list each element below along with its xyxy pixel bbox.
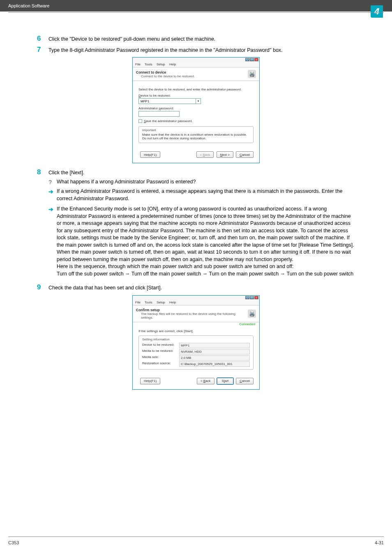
admin-password-input[interactable] [138, 111, 180, 117]
step-body: Click the [Next]. ? What happens if a wr… [48, 168, 355, 281]
dialog-footer: Help(F1) < Back Next > Cancel [133, 147, 259, 163]
answer-row-2: ➔ If the Enhanced Security mode is set t… [48, 206, 355, 278]
dialog-titlebar: _ □ × [133, 296, 259, 300]
table-row: Media to be restored: NVRAM, HDD [142, 349, 250, 354]
step-7: 7 Type the 8-digit Administrator Passwor… [37, 46, 355, 54]
menu-setup[interactable]: Setup [157, 301, 165, 304]
row-value: C:\Backup_20070529_105031_001 [179, 361, 250, 367]
setting-info-legend: Setting information [142, 338, 250, 341]
setting-information-group: Setting information Device to be restore… [138, 335, 254, 370]
row-key: Media to be restored: [142, 349, 179, 354]
answer-row: ➔ If a wrong Administrator Password is e… [48, 188, 355, 202]
row-value: 2.0 MB [179, 355, 250, 361]
step-number: 9 [37, 283, 48, 292]
header-rule [8, 12, 384, 13]
device-label: Device to be restored: [138, 94, 254, 97]
menu-file[interactable]: File [135, 62, 141, 66]
table-row: Media size: 2.0 MB [142, 355, 250, 361]
footer-left: C353 [8, 540, 19, 545]
question-text: What happens if a wrong Administrator Pa… [57, 178, 196, 187]
row-key: Restoration source: [142, 361, 179, 367]
answer-text: If a wrong Administrator Password is ent… [57, 188, 355, 202]
cancel-button[interactable]: Cancel [236, 151, 254, 158]
back-button[interactable]: < Back [197, 378, 214, 384]
minimize-icon[interactable]: _ [245, 58, 249, 61]
minimize-icon[interactable]: _ [245, 296, 249, 299]
start-button[interactable]: Start [217, 378, 233, 384]
main-content: 6 Click the "Device to be restored" pull… [0, 12, 392, 390]
step-text: Click the [Next]. [48, 169, 355, 177]
step-text: Check the data that has been set and cli… [48, 283, 355, 292]
menu-help[interactable]: Help [169, 301, 176, 304]
step-9: 9 Check the data that has been set and c… [37, 283, 355, 292]
maximize-icon[interactable]: □ [250, 58, 254, 61]
menu-setup[interactable]: Setup [157, 62, 165, 66]
step-6: 6 Click the "Device to be restored" pull… [37, 35, 355, 43]
step-number: 7 [37, 46, 48, 54]
answer-text-2: If the Enhanced Security mode is set to … [57, 206, 355, 278]
dialog-subtitle: Connect to the device to be restored. [141, 74, 195, 78]
dialog-title: Confirm setup [136, 308, 248, 312]
connected-status: Connected [133, 322, 259, 326]
footer-right: 4-31 [375, 540, 384, 545]
help-button[interactable]: Help(F1) [140, 378, 160, 384]
menu-tools[interactable]: Tools [145, 62, 152, 66]
back-button: < Back [196, 151, 214, 158]
row-key: Device to be restored: [142, 343, 179, 348]
dialog-menubar: File Tools Setup Help [133, 300, 259, 305]
dialog-header: Confirm setup The backup files will be r… [133, 305, 259, 322]
menu-tools[interactable]: Tools [145, 301, 152, 304]
body-instruction: If the settings are correct, click [Star… [138, 329, 254, 333]
dialog-body: Select the device to be restored, and en… [133, 81, 259, 147]
dialog-menubar: File Tools Setup Help [133, 62, 259, 67]
sequence-text: Turn off the sub power switch → Turn off… [57, 271, 353, 277]
step-number: 6 [37, 35, 48, 43]
dialog-header: Connect to device Connect to the device … [133, 67, 259, 81]
question-icon: ? [48, 178, 57, 187]
arrow-icon: ➔ [48, 206, 57, 278]
dialog-subtitle: The backup files will be restored to the… [141, 312, 248, 319]
chapter-number-badge: 4 [371, 5, 383, 18]
arrow-icon: ➔ [48, 188, 57, 202]
row-value: MFP1 [179, 343, 250, 348]
row-value: NVRAM, HDD [179, 349, 250, 354]
device-icon: 🖨️ [248, 70, 256, 78]
dialog-title: Connect to device [136, 70, 195, 74]
dialog-footer: Help(F1) < Back Start Cancel [133, 374, 259, 389]
save-password-checkbox[interactable]: Save the administrator password. [138, 119, 254, 123]
password-label: Administrator password: [138, 106, 254, 110]
row-key: Media size: [142, 355, 179, 361]
maximize-icon[interactable]: □ [250, 296, 254, 299]
breadcrumb: Application Software [0, 0, 392, 12]
page-footer: C353 4-31 [8, 540, 384, 545]
breadcrumb-text: Application Software [8, 3, 49, 8]
close-icon[interactable]: × [254, 296, 258, 299]
chevron-down-icon[interactable]: ▼ [196, 98, 201, 104]
menu-help[interactable]: Help [169, 62, 176, 66]
table-row: Restoration source: C:\Backup_20070529_1… [142, 361, 250, 367]
cancel-button[interactable]: Cancel [236, 378, 254, 384]
sequence-intro: Here is the sequence, through which the … [57, 264, 294, 269]
connect-device-dialog: _ □ × File Tools Setup Help Connect to d… [132, 57, 260, 163]
device-select[interactable] [138, 98, 196, 104]
question-row: ? What happens if a wrong Administrator … [48, 178, 355, 187]
step-text: Type the 8-digit Administrator Password … [48, 46, 355, 54]
help-button[interactable]: Help(F1) [140, 151, 160, 158]
important-legend: Important [142, 128, 250, 132]
checkbox-icon[interactable] [138, 119, 142, 123]
step-number: 8 [37, 168, 48, 281]
confirm-setup-dialog: _ □ × File Tools Setup Help Confirm setu… [132, 295, 260, 390]
step-text: Click the "Device to be restored" pull-d… [48, 35, 355, 43]
dialog-titlebar: _ □ × [133, 58, 259, 62]
important-fieldset: Important Make sure that the device is i… [138, 126, 254, 143]
menu-file[interactable]: File [135, 301, 141, 304]
body-instruction: Select the device to be restored, and en… [138, 88, 254, 91]
important-line-2: Do not turn off the device during restor… [142, 136, 250, 140]
table-row: Device to be restored: MFP1 [142, 343, 250, 348]
device-icon: 🖨️ [248, 310, 256, 318]
next-button[interactable]: Next > [217, 151, 233, 158]
step-8: 8 Click the [Next]. ? What happens if a … [37, 168, 355, 281]
dialog-body: If the settings are correct, click [Star… [133, 326, 259, 374]
close-icon[interactable]: × [254, 58, 258, 61]
important-line-1: Make sure that the device is in a condit… [142, 133, 250, 136]
